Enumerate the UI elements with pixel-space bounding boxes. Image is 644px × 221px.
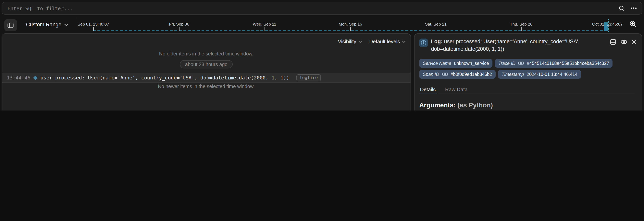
- log-tag-badge[interactable]: logfire: [296, 74, 321, 81]
- timeline-tick-label: Sat, Sep 21: [425, 22, 446, 26]
- log-list-panel: Visibility Default levels No older items…: [2, 33, 411, 110]
- arguments-subheading: (as Python): [458, 101, 493, 109]
- timeline-tick-mark: [264, 27, 265, 31]
- no-newer-items-text: No newer items in the selected time wind…: [2, 84, 410, 89]
- metadata-badges: Service Nameunknown_serviceTrace ID#4545…: [419, 59, 635, 79]
- badge-label: Service Name: [423, 61, 451, 66]
- log-level-diamond-icon: [33, 75, 38, 80]
- badge-label: Span ID: [423, 72, 439, 77]
- sql-filter-input[interactable]: [2, 2, 618, 14]
- close-icon[interactable]: [632, 39, 636, 44]
- log-timestamp: 13:44:46: [7, 75, 30, 81]
- timeline-tick-mark: [436, 27, 436, 31]
- detail-tabs: DetailsRaw Data: [419, 85, 635, 94]
- timeline-tick-mark: [350, 27, 351, 31]
- copy-link-icon[interactable]: [621, 40, 627, 44]
- timeline-tick-label: Sep 01, 13:40:07: [78, 22, 109, 26]
- badge-span-id[interactable]: Span ID#b0f0d9ed1ab346b2: [419, 70, 496, 79]
- badge-value: #454514c0168a455a51bb4ceba354c327: [527, 61, 609, 66]
- detail-message: user processed: User(name='Anne', countr…: [431, 38, 580, 52]
- timeline-activity-dashes: [93, 30, 605, 31]
- more-options-icon[interactable]: [630, 8, 636, 9]
- timeline-tick-label: Oct 01, 13:45:07: [592, 22, 622, 26]
- no-older-items-text: No older items in the selected time wind…: [2, 51, 410, 57]
- timeline-bar: Custom Range Sep 01, 13:40:07Fri, Sep 06…: [0, 16, 644, 33]
- timeline-tick-label: Wed, Sep 11: [253, 22, 276, 26]
- timeline-tick-mark: [93, 27, 94, 31]
- log-message: user processed: User(name='Anne', countr…: [40, 75, 289, 81]
- timeline-tick-label: Thu, Sep 26: [510, 22, 532, 26]
- info-icon: [419, 38, 428, 47]
- chevron-down-icon: [402, 40, 406, 43]
- visibility-menu[interactable]: Visibility: [338, 38, 362, 44]
- log-detail-panel: Log: user processed: User(name='Anne', c…: [414, 33, 642, 110]
- badge-service-name[interactable]: Service Nameunknown_service: [419, 59, 492, 68]
- sql-filter-bar: [2, 2, 642, 14]
- badge-trace-id[interactable]: Trace ID#454514c0168a455a51bb4ceba354c32…: [495, 59, 613, 68]
- time-ago-badge[interactable]: about 23 hours ago: [180, 60, 232, 68]
- badge-label: Trace ID: [498, 61, 516, 66]
- logfire-live-view: Custom Range Sep 01, 13:40:07Fri, Sep 06…: [0, 0, 644, 110]
- link-icon: [518, 61, 524, 65]
- badge-label: Timestamp: [502, 72, 524, 77]
- timeline-tick-label: Fri, Sep 06: [169, 22, 189, 26]
- search-icon[interactable]: [618, 5, 625, 11]
- zoom-in-icon: [629, 20, 637, 28]
- timeline-tick-mark: [179, 27, 180, 31]
- timeline-histogram[interactable]: Sep 01, 13:40:07Fri, Sep 06Wed, Sep 11Mo…: [0, 16, 626, 33]
- default-levels-label: Default levels: [369, 38, 400, 44]
- timeline-tick-mark: [521, 27, 522, 31]
- detail-kind-label: Log:: [431, 38, 443, 44]
- tab-raw-data[interactable]: Raw Data: [444, 85, 468, 94]
- zoom-in-button[interactable]: [628, 20, 638, 29]
- detail-title: Log: user processed: User(name='Anne', c…: [431, 38, 590, 53]
- badge-timestamp[interactable]: Timestamp2024-10-01 13:44:46.414: [498, 70, 581, 79]
- link-icon: [442, 72, 448, 76]
- timeline-tick-label: Mon, Sep 16: [338, 22, 362, 26]
- log-row[interactable]: 13:44:46 user processed: User(name='Anne…: [2, 73, 410, 83]
- visibility-menu-label: Visibility: [338, 38, 356, 44]
- badge-value: unknown_service: [454, 61, 489, 66]
- badge-value: 2024-10-01 13:44:46.414: [527, 72, 578, 77]
- tab-details[interactable]: Details: [419, 85, 436, 94]
- badge-value: #b0f0d9ed1ab346b2: [450, 72, 492, 77]
- default-levels-menu[interactable]: Default levels: [369, 38, 406, 44]
- arguments-heading: Arguments: (as Python): [419, 101, 493, 109]
- dock-panel-icon[interactable]: [610, 39, 616, 45]
- chevron-down-icon: [358, 40, 362, 43]
